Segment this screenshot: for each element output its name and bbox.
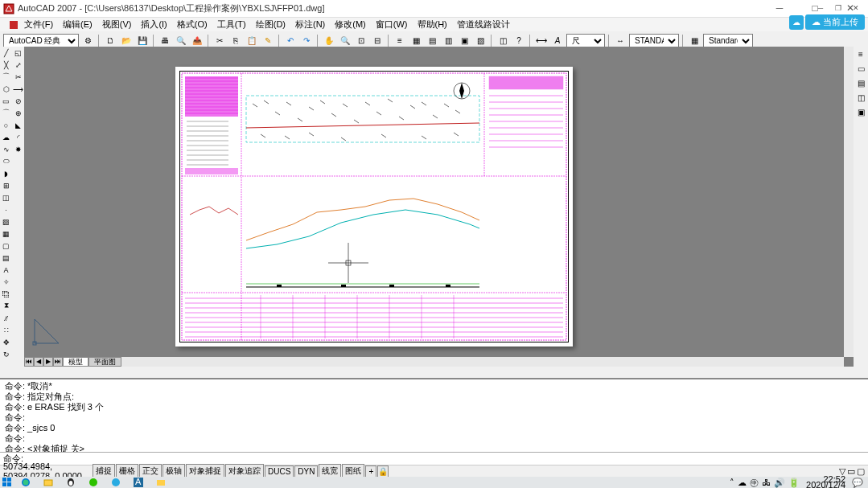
sheetset-icon[interactable]: ▥ <box>441 34 455 48</box>
explode-icon[interactable]: ✸ <box>12 143 24 155</box>
tray-cloud-icon[interactable]: ☁ <box>738 478 747 488</box>
ducs-toggle[interactable]: DUCS <box>265 465 294 478</box>
help-icon[interactable]: ? <box>512 34 526 48</box>
start-button[interactable] <box>0 477 14 488</box>
dyn-toggle[interactable]: DYN <box>294 465 318 478</box>
tab-first-icon[interactable]: ⏮ <box>24 357 34 367</box>
mdi-minimize-button[interactable]: ─ <box>812 2 829 14</box>
cut-icon[interactable]: ✂ <box>212 34 227 48</box>
status-tray-icon[interactable]: ▭ <box>847 466 855 477</box>
dc-icon[interactable]: ▦ <box>409 34 423 48</box>
mdi-close-button[interactable]: ✕ <box>847 2 865 14</box>
menu-file[interactable]: 文件(F) <box>19 17 58 32</box>
table-icon[interactable]: ▤ <box>0 252 12 264</box>
chamfer-icon[interactable]: ◣ <box>12 119 24 131</box>
menu-draw[interactable]: 绘图(D) <box>251 17 290 32</box>
drawing-area[interactable] <box>24 47 844 357</box>
task-autocad-icon[interactable]: A <box>127 477 150 488</box>
gradient-icon[interactable]: ▦ <box>0 228 12 240</box>
copy-icon[interactable]: ⎘ <box>228 34 243 48</box>
mdi-restore-button[interactable]: ❐ <box>829 2 847 14</box>
zoom-prev-icon[interactable]: ⊟ <box>370 34 385 48</box>
dim-style-icon[interactable]: ↔ <box>613 34 627 48</box>
array-icon[interactable]: ∷ <box>0 324 12 336</box>
menu-edit[interactable]: 编辑(E) <box>58 17 97 32</box>
dimstyle-select[interactable]: STANDARD <box>629 34 679 48</box>
markup-icon[interactable]: ▣ <box>457 34 471 48</box>
mirror-icon[interactable]: ⧗ <box>0 300 12 312</box>
menu-modify[interactable]: 修改(M) <box>330 17 371 32</box>
join-icon[interactable]: ⊕ <box>12 107 24 119</box>
spline-icon[interactable]: ∿ <box>0 143 12 155</box>
workspace-settings-icon[interactable]: ⚙ <box>80 34 95 48</box>
menu-tools[interactable]: 工具(T) <box>212 17 251 32</box>
text-style-icon[interactable]: A <box>550 34 565 48</box>
tray-up-icon[interactable]: ˄ <box>730 478 734 488</box>
task-explorer-icon[interactable] <box>37 477 60 488</box>
vertical-scrollbar[interactable] <box>844 47 854 357</box>
task-cloud-icon[interactable] <box>105 477 127 488</box>
workspace-select[interactable]: AutoCAD 经典 <box>3 34 79 48</box>
paste-icon[interactable]: 📋 <box>245 34 259 48</box>
cleanscreen-icon[interactable]: ▢ <box>857 466 865 477</box>
horizontal-scrollbar[interactable]: ⏮ ◀ ▶ ⏭ 模型 平面图 <box>24 357 844 367</box>
area-icon[interactable]: ▭ <box>854 61 868 76</box>
tool-palette-icon[interactable]: ▤ <box>425 34 439 48</box>
print-icon[interactable]: 🖶 <box>158 34 172 48</box>
copy-obj-icon[interactable]: ⿻ <box>0 288 12 300</box>
menu-help[interactable]: 帮助(H) <box>413 17 452 32</box>
tray-net-icon[interactable]: 🖧 <box>762 478 771 487</box>
rectangle-icon[interactable]: ▭ <box>0 95 12 107</box>
textstyle-select[interactable]: 尺 <box>566 34 605 48</box>
menu-dimension[interactable]: 标注(N) <box>290 17 330 32</box>
polygon-icon[interactable]: ⬡ <box>0 83 12 95</box>
cloud-upload-button[interactable]: ☁当前上传 <box>805 14 865 30</box>
offset-icon[interactable]: ⫽ <box>0 312 12 324</box>
line-icon[interactable]: ╱ <box>0 47 12 59</box>
tray-ime-icon[interactable]: ㊥ <box>750 477 759 489</box>
command-input[interactable] <box>23 453 865 464</box>
table-style-icon[interactable]: ▦ <box>687 34 701 48</box>
menu-view[interactable]: 视图(V) <box>97 17 137 32</box>
fillet-icon[interactable]: ◜ <box>12 131 24 143</box>
tab-prev-icon[interactable]: ◀ <box>34 357 43 367</box>
mtext-icon[interactable]: A <box>0 264 12 276</box>
redo-icon[interactable]: ↷ <box>299 34 314 48</box>
calc-icon[interactable]: ▧ <box>473 34 487 48</box>
dist-icon[interactable]: ≡ <box>854 47 868 61</box>
open-icon[interactable]: 📂 <box>119 34 134 48</box>
cloud-icon-button[interactable]: ☁ <box>789 15 804 30</box>
list-icon[interactable]: ▤ <box>854 76 868 90</box>
clock[interactable]: 22:52 2020/12/4 <box>803 477 849 488</box>
block-icon[interactable]: ◫ <box>496 34 510 48</box>
tablestyle-select[interactable]: Standard <box>703 34 753 48</box>
properties-icon[interactable]: ≡ <box>393 34 407 48</box>
revcloud-icon[interactable]: ☁ <box>0 131 12 143</box>
zoom-rt-icon[interactable]: 🔍 <box>338 34 352 48</box>
insert-icon[interactable]: ⊞ <box>0 179 12 191</box>
id-icon[interactable]: ◫ <box>854 90 868 105</box>
sys-menu-icon[interactable] <box>10 21 18 29</box>
notifications-icon[interactable]: 💬 <box>852 478 863 488</box>
task-edge-icon[interactable] <box>14 477 37 488</box>
menu-format[interactable]: 格式(O) <box>172 17 212 32</box>
ellipse-icon[interactable]: ⬭ <box>0 155 12 167</box>
rotate-icon[interactable]: ↻ <box>0 348 12 360</box>
publish-icon[interactable]: 📤 <box>190 34 204 48</box>
tab-layout1[interactable]: 平面图 <box>88 357 121 367</box>
tab-model[interactable]: 模型 <box>63 357 88 367</box>
region-icon[interactable]: ▢ <box>0 240 12 252</box>
match-icon[interactable]: ✎ <box>261 34 275 48</box>
misc-icon[interactable]: ▣ <box>854 105 868 119</box>
task-folder2-icon[interactable] <box>150 477 172 488</box>
task-wechat-icon[interactable] <box>82 477 105 488</box>
break-icon[interactable]: ⊘ <box>12 95 24 107</box>
stretch-icon[interactable]: ⤢ <box>12 59 24 71</box>
task-qq-icon[interactable] <box>60 477 82 488</box>
preview-icon[interactable]: 🔍 <box>174 34 188 48</box>
xline-icon[interactable]: ╳ <box>0 59 12 71</box>
save-icon[interactable]: 💾 <box>135 34 150 48</box>
undo-icon[interactable]: ↶ <box>283 34 298 48</box>
makeblock-icon[interactable]: ◫ <box>0 191 12 203</box>
extend-icon[interactable]: ⟶ <box>12 83 24 95</box>
